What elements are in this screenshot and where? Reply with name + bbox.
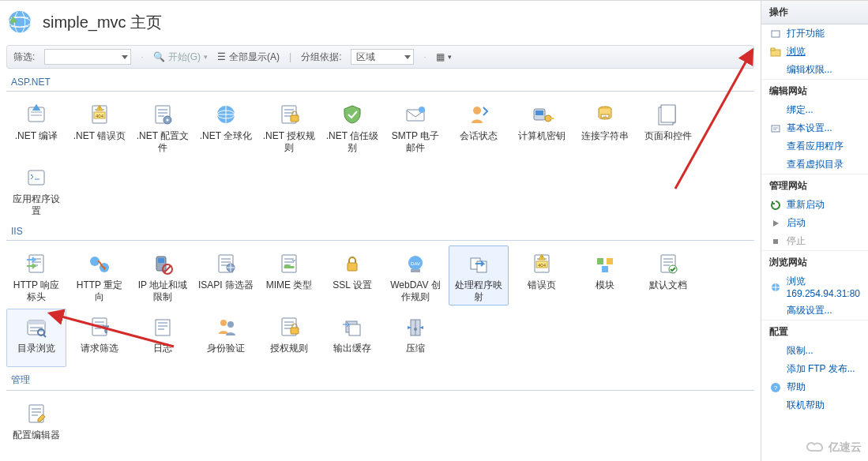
action-高级设置...[interactable]: 高级设置...	[761, 302, 868, 320]
svg-rect-71	[597, 258, 603, 264]
feature-pages[interactable]: 页面和控件	[638, 96, 698, 156]
action-重新启动[interactable]: 重新启动	[761, 196, 868, 214]
group-rule	[6, 91, 754, 92]
http-head-icon	[22, 251, 51, 276]
action-浏览[interactable]: 浏览	[761, 43, 868, 61]
action-查看应用程序[interactable]: 查看应用程序	[761, 137, 868, 156]
svg-rect-22	[291, 115, 299, 122]
svg-rect-13	[158, 115, 164, 117]
feature-iprestrict[interactable]: IP 地址和域限制	[133, 245, 193, 305]
feature-label: 页面和控件	[641, 130, 696, 152]
handler-icon	[464, 251, 493, 276]
feature-label: 配置编辑器	[9, 429, 64, 452]
svg-rect-29	[550, 118, 554, 119]
error404-icon: 404!	[528, 251, 556, 276]
feature-authn[interactable]: 身份验证	[196, 309, 256, 367]
action-打开功能[interactable]: 打开功能	[761, 24, 868, 43]
feature-cache[interactable]: 输出缓存	[322, 309, 382, 367]
feature-defaultdoc[interactable]: 默认文档	[638, 245, 698, 305]
svg-rect-21	[284, 115, 291, 117]
feature-reqfilter[interactable]: 请求筛选	[70, 309, 130, 367]
svg-text:ab: ab	[603, 114, 607, 118]
feature-handler[interactable]: 处理程序映射	[449, 245, 509, 305]
action-添加 FTP 发布...[interactable]: 添加 FTP 发布...	[761, 360, 868, 378]
feature-trust[interactable]: .NET 信任级别	[322, 96, 382, 156]
webdav-icon: DAV	[401, 251, 430, 276]
svg-rect-105	[32, 411, 41, 413]
feature-grid-aspnet: .NET 编译404!.NET 错误页.NET 配置文件.NET 全球化.NET…	[6, 96, 754, 219]
feature-globe-net[interactable]: .NET 全球化	[196, 96, 256, 156]
feature-log[interactable]: 日志	[133, 309, 193, 367]
action-查看虚拟目录[interactable]: 查看虚拟目录	[761, 156, 868, 174]
svg-point-25	[473, 107, 481, 114]
svg-text:404: 404	[96, 114, 104, 118]
svg-point-15	[167, 119, 169, 122]
svg-rect-104	[32, 408, 41, 410]
modules-icon	[591, 251, 619, 276]
feature-machinekey[interactable]: 计算机密钥	[512, 96, 572, 156]
action-绑定...[interactable]: 绑定...	[761, 101, 868, 119]
svg-rect-58	[348, 263, 357, 271]
feature-label: 会话状态	[451, 130, 506, 152]
globe-net-icon	[212, 102, 240, 127]
feature-label: .NET 配置文件	[135, 130, 190, 154]
action-启动[interactable]: 启动	[761, 214, 868, 232]
svg-rect-50	[221, 258, 231, 260]
feature-config[interactable]: .NET 配置文件	[133, 96, 193, 156]
feature-redirect[interactable]: HTTP 重定向	[70, 245, 130, 305]
dirbrowse-icon	[22, 314, 51, 339]
feature-webdav[interactable]: DAVWebDAV 创作规则	[385, 245, 445, 305]
feature-error404[interactable]: 404!.NET 错误页	[70, 96, 130, 156]
feature-connstr[interactable]: ab连接字符串	[575, 96, 635, 156]
feature-dirbrowse[interactable]: 目录浏览	[6, 309, 66, 367]
action-label: 浏览 169.254.94.31:80	[787, 275, 860, 299]
group-by-combo[interactable]: 区域	[351, 49, 414, 65]
feature-label: SMTP 电子邮件	[388, 130, 443, 154]
feature-label: 输出缓存	[325, 343, 380, 365]
feature-appsettings[interactable]: 应用程序设置	[6, 159, 66, 219]
svg-rect-113	[773, 239, 778, 244]
action-编辑权限...[interactable]: 编辑权限...	[761, 61, 868, 79]
group-title-iis: IIS	[11, 226, 754, 237]
feature-error404[interactable]: 404!错误页	[512, 245, 572, 305]
feature-label: IP 地址和域限制	[135, 279, 190, 303]
feature-isapi[interactable]: ISAPI 筛选器	[196, 245, 256, 305]
show-all-button[interactable]: ☰ 全部显示(A)	[217, 51, 280, 64]
actions-panel: 操作 打开功能浏览编辑权限...编辑网站绑定...基本设置...查看应用程序查看…	[761, 1, 868, 461]
start-button[interactable]: 🔍 开始(G) ▾	[153, 51, 208, 64]
mime-icon	[275, 251, 303, 276]
feature-label: 目录浏览	[9, 343, 64, 365]
feature-config-editor[interactable]: 配置编辑器	[6, 395, 66, 454]
svg-rect-56	[284, 261, 294, 263]
feature-authz[interactable]: 授权规则	[259, 309, 319, 367]
svg-rect-39	[28, 171, 44, 185]
feature-label: 连接字符串	[577, 130, 633, 152]
feature-label: HTTP 响应标头	[9, 279, 64, 303]
feature-compress[interactable]: 压缩	[385, 309, 445, 367]
feature-smtp[interactable]: SMTP 电子邮件	[385, 96, 445, 156]
feature-auth-rule[interactable]: .NET 授权规则	[259, 96, 319, 156]
feature-ssl[interactable]: SSL 设置	[322, 245, 382, 305]
action-帮助[interactable]: ?帮助	[761, 378, 868, 396]
action-联机帮助[interactable]: 联机帮助	[761, 396, 868, 414]
smtp-icon	[401, 102, 430, 127]
view-mode-button[interactable]: ▦ ▾	[436, 51, 452, 62]
svg-rect-111	[771, 48, 775, 51]
feature-label: 日志	[135, 343, 190, 365]
feature-compile[interactable]: .NET 编译	[6, 96, 66, 156]
error404-icon: 404!	[85, 102, 114, 127]
svg-rect-27	[535, 111, 543, 115]
feature-modules[interactable]: 模块	[575, 245, 635, 305]
group-title-aspnet: ASP.NET	[11, 77, 754, 88]
connstr-icon: ab	[591, 102, 619, 127]
feature-session[interactable]: 会话状态	[449, 96, 509, 156]
action-浏览 169.254.94.31:80[interactable]: 浏览 169.254.94.31:80	[761, 272, 868, 302]
feature-http-head[interactable]: HTTP 响应标头	[6, 245, 66, 305]
action-基本设置...[interactable]: 基本设置...	[761, 119, 868, 137]
open-icon	[769, 28, 782, 40]
svg-rect-112	[772, 126, 780, 132]
filter-combo[interactable]	[44, 49, 131, 65]
page-header: simple_mvc 主页	[6, 9, 754, 36]
action-限制...[interactable]: 限制...	[761, 342, 868, 360]
feature-mime[interactable]: MIME 类型	[259, 245, 319, 305]
